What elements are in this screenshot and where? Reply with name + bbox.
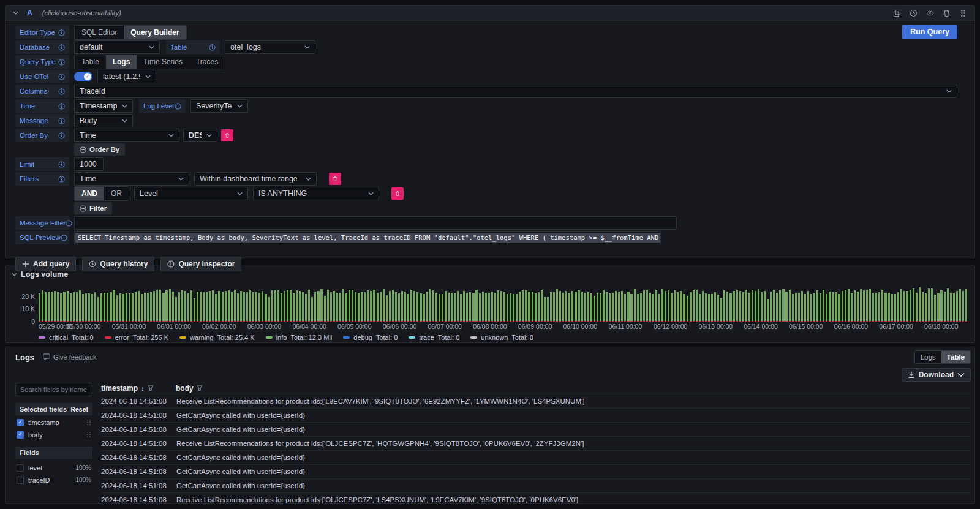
editor-type-option-query-builder[interactable]: Query Builder xyxy=(124,26,186,39)
volume-bar[interactable] xyxy=(45,292,47,322)
volume-bar[interactable] xyxy=(466,293,468,322)
volume-bar[interactable] xyxy=(513,294,514,322)
volume-bar[interactable] xyxy=(603,290,605,322)
volume-bar[interactable] xyxy=(541,290,543,322)
use-otel-toggle[interactable]: ✓ xyxy=(74,72,92,81)
volume-bar[interactable] xyxy=(82,294,84,322)
volume-bar[interactable] xyxy=(327,290,329,322)
volume-bar[interactable] xyxy=(863,290,865,322)
volume-bar[interactable] xyxy=(928,288,930,322)
volume-bar[interactable] xyxy=(389,291,391,322)
volume-bar[interactable] xyxy=(107,293,108,322)
volume-bar[interactable] xyxy=(500,291,502,322)
volume-bar[interactable] xyxy=(237,293,239,322)
bars[interactable] xyxy=(39,282,968,322)
volume-bar[interactable] xyxy=(249,290,251,322)
volume-bar[interactable] xyxy=(284,291,285,322)
volume-bar[interactable] xyxy=(126,293,127,322)
volume-bar[interactable] xyxy=(931,288,933,322)
sort-desc-icon[interactable]: ↓ xyxy=(141,385,145,392)
volume-bar[interactable] xyxy=(311,297,313,322)
volume-bar[interactable] xyxy=(57,292,59,322)
volume-bar[interactable] xyxy=(857,292,859,322)
volume-bar[interactable] xyxy=(838,294,840,322)
volume-bar[interactable] xyxy=(888,293,889,322)
volume-bar[interactable] xyxy=(426,292,428,322)
volume-bar[interactable] xyxy=(934,295,936,322)
volume-bar[interactable] xyxy=(643,290,645,322)
volume-bar[interactable] xyxy=(367,290,369,322)
volume-bar[interactable] xyxy=(630,294,632,322)
volume-bar[interactable] xyxy=(590,293,592,322)
add-order-by-button[interactable]: Order By xyxy=(74,143,125,156)
remove-filter1-button[interactable] xyxy=(329,173,341,185)
volume-bar[interactable] xyxy=(826,294,827,322)
volume-bar[interactable] xyxy=(432,290,434,322)
filter1-field-select[interactable]: Time xyxy=(74,172,189,186)
volume-bar[interactable] xyxy=(147,293,149,322)
volume-bar[interactable] xyxy=(528,292,530,322)
volume-bar[interactable] xyxy=(532,292,533,322)
volume-bar[interactable] xyxy=(832,292,834,322)
checkbox-checked[interactable]: ✓ xyxy=(17,431,24,439)
volume-bar[interactable] xyxy=(891,294,893,322)
volume-bar[interactable] xyxy=(172,292,174,322)
volume-bar[interactable] xyxy=(60,293,62,322)
volume-bar[interactable] xyxy=(646,290,648,322)
volume-bar[interactable] xyxy=(330,292,332,322)
volume-bar[interactable] xyxy=(804,294,806,322)
volume-bar[interactable] xyxy=(913,288,914,322)
volume-bar[interactable] xyxy=(439,294,440,322)
volume-bar[interactable] xyxy=(336,293,338,322)
volume-bar[interactable] xyxy=(584,293,586,322)
volume-bar[interactable] xyxy=(565,291,567,322)
volume-bar[interactable] xyxy=(159,290,161,322)
volume-bar[interactable] xyxy=(810,294,812,322)
volume-bar[interactable] xyxy=(795,293,797,322)
volume-bar[interactable] xyxy=(717,295,719,322)
volume-bar[interactable] xyxy=(627,292,629,322)
volume-bar[interactable] xyxy=(97,297,99,322)
filter-bool-or[interactable]: OR xyxy=(104,187,129,200)
volume-bar[interactable] xyxy=(937,293,939,322)
drag-handle-icon[interactable] xyxy=(86,419,91,426)
volume-bar[interactable] xyxy=(900,289,902,322)
search-fields-input[interactable] xyxy=(15,383,92,396)
volume-bar[interactable] xyxy=(553,292,555,322)
volume-bar[interactable] xyxy=(652,294,654,322)
volume-bar[interactable] xyxy=(842,291,843,322)
volume-bar[interactable] xyxy=(816,290,818,322)
volume-bar[interactable] xyxy=(342,289,344,322)
volume-bar[interactable] xyxy=(457,291,459,322)
volume-bar[interactable] xyxy=(417,292,418,322)
log-table-row[interactable]: 2024-06-18 14:51:08GetCartAsync called w… xyxy=(101,450,971,464)
table-select[interactable]: otel_logs xyxy=(225,40,315,54)
volume-bar[interactable] xyxy=(696,290,698,322)
volume-bar[interactable] xyxy=(175,297,177,322)
volume-bar[interactable] xyxy=(640,293,642,322)
volume-bar[interactable] xyxy=(779,290,781,322)
volume-bar[interactable] xyxy=(798,293,800,322)
volume-bar[interactable] xyxy=(206,292,208,322)
query-ref-id[interactable]: A xyxy=(27,9,32,17)
volume-bar[interactable] xyxy=(73,292,75,322)
volume-bar[interactable] xyxy=(522,290,524,322)
volume-bar[interactable] xyxy=(110,292,111,322)
volume-bar[interactable] xyxy=(442,294,443,322)
info-icon[interactable] xyxy=(61,235,67,241)
volume-bar[interactable] xyxy=(922,292,924,322)
body-column-header[interactable]: body xyxy=(176,384,971,393)
volume-bar[interactable] xyxy=(525,290,527,322)
volume-bar[interactable] xyxy=(910,290,911,322)
volume-bar[interactable] xyxy=(123,294,124,322)
volume-bar[interactable] xyxy=(813,293,815,322)
give-feedback-link[interactable]: Give feedback xyxy=(43,353,96,361)
volume-bar[interactable] xyxy=(665,291,666,322)
volume-bar[interactable] xyxy=(792,294,794,322)
volume-bar[interactable] xyxy=(559,291,561,322)
volume-bar[interactable] xyxy=(445,291,447,322)
volume-bar[interactable] xyxy=(851,293,853,322)
volume-bar[interactable] xyxy=(305,294,307,322)
volume-bar[interactable] xyxy=(469,292,471,322)
volume-bar[interactable] xyxy=(88,293,90,322)
